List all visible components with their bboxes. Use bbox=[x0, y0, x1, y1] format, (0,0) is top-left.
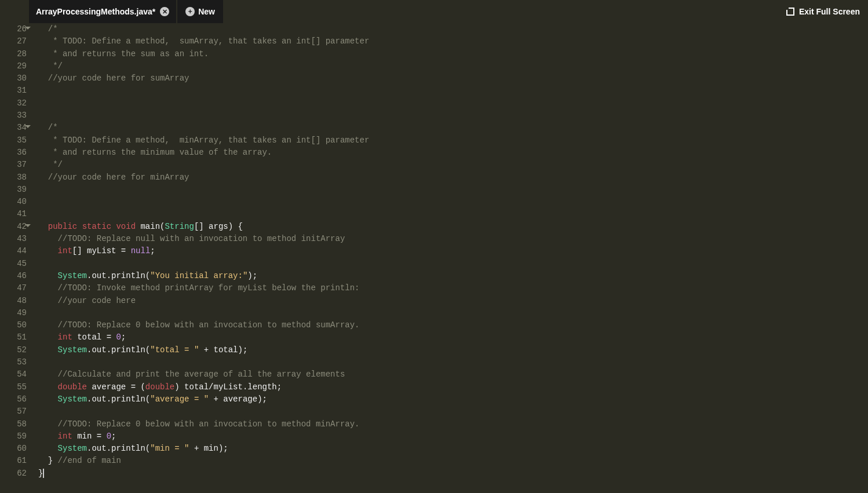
code-line[interactable] bbox=[38, 208, 868, 220]
code-line[interactable]: * and returns the sum as an int. bbox=[38, 48, 868, 60]
line-number: 50 bbox=[0, 319, 27, 331]
code-line[interactable]: */ bbox=[38, 60, 868, 72]
line-number: 55 bbox=[0, 381, 27, 393]
code-line[interactable]: //Calculate and print the average of all… bbox=[38, 368, 868, 381]
code-line[interactable]: System.out.println("min = " + min); bbox=[38, 443, 868, 455]
code-line[interactable]: System.out.println("You initial array:")… bbox=[38, 270, 868, 282]
code-line[interactable]: } bbox=[38, 468, 868, 480]
line-number: 57 bbox=[0, 406, 27, 418]
code-line[interactable]: System.out.println("total = " + total); bbox=[38, 344, 868, 356]
line-number: 45 bbox=[0, 258, 27, 270]
fold-icon[interactable] bbox=[25, 224, 31, 227]
code-line[interactable]: double average = (double) total/myList.l… bbox=[38, 381, 868, 393]
code-line[interactable]: //your code here bbox=[38, 295, 868, 307]
code-line[interactable]: */ bbox=[38, 159, 868, 171]
exit-fullscreen-button[interactable]: Exit Full Screen bbox=[786, 0, 860, 23]
line-number: 29 bbox=[0, 60, 27, 72]
line-number: 44 bbox=[0, 245, 27, 257]
line-number: 26 bbox=[0, 23, 27, 35]
line-number-gutter: 2627282930313233343536373839404142434445… bbox=[0, 23, 32, 493]
code-content[interactable]: /* * TODO: Define a method, sumArray, th… bbox=[32, 23, 868, 493]
line-number: 62 bbox=[0, 468, 27, 480]
plus-icon: + bbox=[185, 7, 195, 16]
code-line[interactable]: * TODO: Define a method, minArray, that … bbox=[38, 134, 868, 147]
line-number: 48 bbox=[0, 295, 27, 307]
code-line[interactable] bbox=[38, 307, 868, 319]
titlebar: ArrayProcessingMethods.java* ✕ + New Exi… bbox=[0, 0, 868, 23]
exit-fullscreen-label: Exit Full Screen bbox=[799, 7, 860, 16]
line-number: 53 bbox=[0, 356, 27, 368]
code-line[interactable]: //TODO: Replace null with an invocation … bbox=[38, 233, 868, 245]
new-tab-label: New bbox=[198, 7, 215, 16]
code-line[interactable]: int total = 0; bbox=[38, 331, 868, 344]
text-cursor bbox=[43, 469, 44, 478]
fold-icon[interactable] bbox=[25, 125, 31, 128]
code-line[interactable] bbox=[38, 85, 868, 97]
line-number: 33 bbox=[0, 109, 27, 122]
line-number: 52 bbox=[0, 344, 27, 356]
code-line[interactable]: //TODO: Invoke method printArray for myL… bbox=[38, 282, 868, 294]
code-line[interactable]: /* bbox=[38, 23, 868, 35]
line-number: 54 bbox=[0, 368, 27, 381]
line-number: 47 bbox=[0, 282, 27, 294]
code-line[interactable] bbox=[38, 184, 868, 196]
code-line[interactable] bbox=[38, 196, 868, 208]
line-number: 43 bbox=[0, 233, 27, 245]
code-line[interactable]: * and returns the minimum value of the a… bbox=[38, 147, 868, 159]
line-number: 30 bbox=[0, 72, 27, 85]
code-editor[interactable]: 2627282930313233343536373839404142434445… bbox=[0, 23, 868, 493]
line-number: 56 bbox=[0, 393, 27, 406]
line-number: 42 bbox=[0, 221, 27, 233]
code-line[interactable] bbox=[38, 109, 868, 122]
file-tab[interactable]: ArrayProcessingMethods.java* ✕ bbox=[29, 0, 176, 23]
code-line[interactable] bbox=[38, 97, 868, 109]
code-line[interactable]: System.out.println("average = " + averag… bbox=[38, 393, 868, 406]
new-tab-button[interactable]: + New bbox=[177, 0, 223, 23]
code-line[interactable]: //your code here for minArray bbox=[38, 171, 868, 184]
line-number: 51 bbox=[0, 331, 27, 344]
line-number: 49 bbox=[0, 307, 27, 319]
line-number: 36 bbox=[0, 147, 27, 159]
line-number: 60 bbox=[0, 443, 27, 455]
tab-title: ArrayProcessingMethods.java* bbox=[36, 7, 155, 16]
close-icon[interactable]: ✕ bbox=[160, 7, 169, 16]
line-number: 32 bbox=[0, 97, 27, 109]
code-line[interactable]: //TODO: Replace 0 below with an invocati… bbox=[38, 319, 868, 331]
code-line[interactable] bbox=[38, 406, 868, 418]
line-number: 37 bbox=[0, 159, 27, 171]
line-number: 40 bbox=[0, 196, 27, 208]
code-line[interactable]: public static void main(String[] args) { bbox=[38, 221, 868, 233]
code-line[interactable]: /* bbox=[38, 122, 868, 134]
code-line[interactable]: * TODO: Define a method, sumArray, that … bbox=[38, 35, 868, 48]
line-number: 58 bbox=[0, 418, 27, 430]
line-number: 59 bbox=[0, 430, 27, 443]
line-number: 39 bbox=[0, 184, 27, 196]
line-number: 28 bbox=[0, 48, 27, 60]
line-number: 46 bbox=[0, 270, 27, 282]
line-number: 31 bbox=[0, 85, 27, 97]
code-line[interactable]: //your code here for sumArray bbox=[38, 72, 868, 85]
line-number: 61 bbox=[0, 455, 27, 467]
code-line[interactable]: //TODO: Replace 0 below with an invocati… bbox=[38, 418, 868, 430]
line-number: 38 bbox=[0, 171, 27, 184]
fold-icon[interactable] bbox=[25, 27, 31, 30]
code-line[interactable]: } //end of main bbox=[38, 455, 868, 467]
line-number: 34 bbox=[0, 122, 27, 134]
code-line[interactable]: int min = 0; bbox=[38, 430, 868, 443]
code-line[interactable] bbox=[38, 258, 868, 270]
fullscreen-icon bbox=[786, 8, 794, 16]
line-number: 27 bbox=[0, 35, 27, 48]
code-line[interactable]: int[] myList = null; bbox=[38, 245, 868, 257]
line-number: 35 bbox=[0, 134, 27, 147]
code-line[interactable] bbox=[38, 356, 868, 368]
line-number: 41 bbox=[0, 208, 27, 220]
